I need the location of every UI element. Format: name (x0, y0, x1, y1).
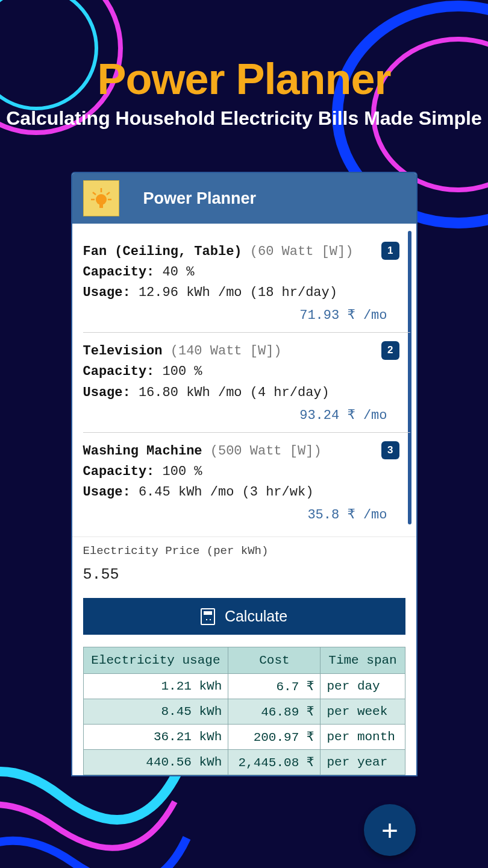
cell-usage: 36.21 kWh (83, 725, 228, 750)
app-screenshot-card: Power Planner 1 Fan (Ceiling, Table) (60… (71, 172, 418, 776)
table-row: 440.56 kWh 2,445.08 ₹ per year (83, 750, 405, 775)
app-header-bar: Power Planner (72, 173, 416, 224)
list-item[interactable]: 1 Fan (Ceiling, Table) (60 Watt [W]) Cap… (83, 233, 410, 333)
calculate-button-label: Calculate (225, 608, 287, 625)
svg-line-7 (93, 192, 96, 195)
appliance-list[interactable]: 1 Fan (Ceiling, Table) (60 Watt [W]) Cap… (72, 224, 416, 532)
item-cost: 93.24 ₹ /mo (83, 406, 398, 426)
price-label: Electricity Price (per kWh) (83, 544, 405, 558)
capacity-label: Capacity: (83, 364, 155, 379)
price-input[interactable]: 5.55 (83, 566, 405, 583)
appliance-name: Washing Machine (83, 444, 202, 459)
appliance-wattage: (500 Watt [W]) (210, 444, 322, 459)
table-row: 1.21 kWh 6.7 ₹ per day (83, 674, 405, 699)
calculate-button[interactable]: Calculate (83, 598, 405, 635)
add-fab-button[interactable]: + (364, 804, 416, 856)
capacity-value: 40 % (163, 265, 195, 280)
app-subtitle: Calculating Household Electricity Bills … (0, 107, 488, 130)
usage-label: Usage: (83, 285, 131, 300)
col-header-span: Time span (321, 647, 405, 674)
col-header-cost: Cost (228, 647, 321, 674)
capacity-value: 100 % (163, 464, 202, 479)
cell-usage: 440.56 kWh (83, 750, 228, 775)
item-count-badge: 2 (381, 341, 399, 359)
item-count-badge: 3 (381, 441, 399, 459)
cell-cost: 200.97 ₹ (228, 725, 321, 750)
list-item[interactable]: 3 Washing Machine (500 Watt [W]) Capacit… (83, 433, 410, 532)
appliance-wattage: (140 Watt [W]) (170, 344, 282, 359)
cell-cost: 2,445.08 ₹ (228, 750, 321, 775)
usage-label: Usage: (83, 385, 131, 400)
table-row: 36.21 kWh 200.97 ₹ per month (83, 725, 405, 750)
table-row: 8.45 kWh 46.89 ₹ per week (83, 699, 405, 725)
item-cost: 35.8 ₹ /mo (83, 505, 398, 526)
usage-label: Usage: (83, 485, 131, 500)
lightbulb-icon (83, 180, 119, 216)
appliance-wattage: (60 Watt [W]) (250, 244, 354, 259)
usage-value: 12.96 kWh /mo (18 hr/day) (139, 285, 337, 300)
cell-span: per week (321, 699, 405, 725)
cell-usage: 1.21 kWh (83, 674, 228, 699)
list-item[interactable]: 2 Television (140 Watt [W]) Capacity: 10… (83, 333, 410, 432)
plus-icon: + (381, 814, 398, 847)
cell-span: per day (321, 674, 405, 699)
usage-value: 16.80 kWh /mo (4 hr/day) (139, 385, 330, 400)
promo-header: Power Planner Calculating Household Elec… (0, 0, 488, 130)
cell-usage: 8.45 kWh (83, 699, 228, 725)
item-cost: 71.93 ₹ /mo (83, 306, 398, 326)
appliance-name: Television (83, 344, 163, 359)
usage-value: 6.45 kWh /mo (3 hr/wk) (139, 485, 313, 500)
svg-line-8 (107, 192, 110, 195)
col-header-usage: Electricity usage (83, 647, 228, 674)
capacity-value: 100 % (163, 364, 202, 379)
cell-cost: 46.89 ₹ (228, 699, 321, 725)
cell-cost: 6.7 ₹ (228, 674, 321, 699)
app-title: Power Planner (0, 54, 488, 104)
capacity-label: Capacity: (83, 265, 155, 280)
app-header-title: Power Planner (143, 189, 257, 208)
calculator-icon (201, 608, 215, 625)
svg-rect-5 (99, 204, 103, 208)
results-table: Electricity usage Cost Time span 1.21 kW… (83, 647, 405, 775)
svg-point-4 (96, 194, 107, 205)
cell-span: per month (321, 725, 405, 750)
cell-span: per year (321, 750, 405, 775)
price-section: Electricity Price (per kWh) 5.55 (72, 536, 416, 592)
capacity-label: Capacity: (83, 464, 155, 479)
appliance-name: Fan (Ceiling, Table) (83, 244, 242, 259)
item-count-badge: 1 (381, 242, 399, 260)
